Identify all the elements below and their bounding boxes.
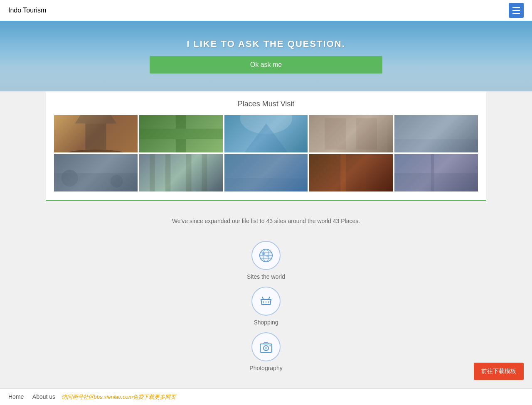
photo-cell[interactable] — [309, 115, 393, 152]
photo-grid — [54, 115, 478, 191]
svg-rect-16 — [165, 154, 171, 191]
svg-rect-23 — [330, 154, 334, 191]
svg-rect-25 — [394, 173, 478, 191]
svg-rect-4 — [139, 128, 223, 139]
menu-icon-bar — [512, 7, 520, 8]
svg-point-42 — [269, 345, 271, 346]
footer-watermark: 访问画号社区bbs.xienlao.com免费下载更多网页 — [62, 394, 176, 400]
sites-world-icon-circle[interactable] — [251, 241, 281, 270]
photo-cell[interactable] — [139, 154, 223, 191]
shopping-item: Shopping — [251, 287, 281, 326]
sites-world-label: Sites the world — [247, 273, 285, 280]
globe-icon — [259, 248, 273, 263]
svg-rect-17 — [186, 154, 192, 191]
photo-cell[interactable] — [309, 154, 393, 191]
svg-point-13 — [62, 169, 78, 186]
hero-section: I LIKE TO ASK THE QUESTION. Ok ask me — [0, 21, 532, 91]
svg-rect-8 — [325, 118, 346, 149]
svg-rect-9 — [356, 118, 377, 149]
logo-tourism: Tourism — [21, 7, 46, 14]
places-title: Places Must Visit — [54, 100, 478, 108]
photography-icon-circle[interactable] — [251, 332, 281, 361]
photo-cell[interactable] — [54, 115, 138, 152]
svg-point-32 — [260, 249, 272, 262]
logo: Indo Tourism — [8, 7, 46, 14]
expand-text: We've since expanded our life list to 43… — [172, 218, 360, 224]
camera-icon — [259, 339, 273, 354]
svg-rect-11 — [394, 115, 478, 139]
menu-icon-bar — [512, 13, 520, 14]
svg-marker-6 — [235, 123, 298, 152]
photography-label: Photography — [249, 365, 282, 371]
svg-rect-18 — [202, 154, 207, 191]
menu-icon-bar — [512, 10, 520, 11]
photo-cell[interactable] — [224, 154, 308, 191]
content-section: We've since expanded our life list to 43… — [0, 201, 532, 395]
sites-world-item: Sites the world — [247, 241, 285, 280]
shopping-icon-circle[interactable] — [251, 287, 281, 316]
photo-cell[interactable] — [54, 154, 138, 191]
ask-me-button[interactable]: Ok ask me — [150, 56, 382, 74]
svg-rect-21 — [309, 154, 393, 191]
svg-rect-24 — [362, 154, 366, 191]
svg-rect-15 — [150, 154, 155, 191]
svg-rect-1 — [85, 123, 106, 150]
shopping-basket-icon — [259, 294, 273, 309]
svg-point-14 — [111, 175, 123, 187]
svg-point-33 — [262, 253, 265, 255]
svg-rect-10 — [394, 139, 478, 152]
menu-button[interactable] — [509, 3, 524, 18]
header: Indo Tourism — [0, 0, 532, 21]
shopping-label: Shopping — [254, 319, 278, 326]
svg-point-34 — [266, 255, 269, 257]
photography-item: Photography — [249, 332, 282, 371]
footer-about[interactable]: About us — [32, 393, 55, 400]
photo-cell[interactable] — [224, 115, 308, 152]
svg-point-41 — [265, 347, 267, 349]
download-button[interactable]: 前往下载模板 — [474, 363, 524, 380]
hero-title: I LIKE TO ASK THE QUESTION. — [187, 39, 345, 49]
footer: Home About us 访问画号社区bbs.xienlao.com免费下载更… — [0, 388, 532, 405]
svg-marker-2 — [75, 115, 116, 123]
svg-rect-26 — [431, 154, 434, 191]
photo-cell[interactable] — [394, 154, 478, 191]
logo-indo: Indo — [8, 7, 21, 14]
svg-point-0 — [64, 150, 127, 152]
svg-rect-22 — [341, 154, 346, 191]
svg-rect-19 — [224, 178, 308, 191]
photo-cell[interactable] — [394, 115, 478, 152]
svg-rect-20 — [224, 154, 308, 178]
photo-cell[interactable] — [139, 115, 223, 152]
footer-home[interactable]: Home — [8, 393, 24, 400]
places-section: Places Must Visit — [46, 91, 486, 201]
